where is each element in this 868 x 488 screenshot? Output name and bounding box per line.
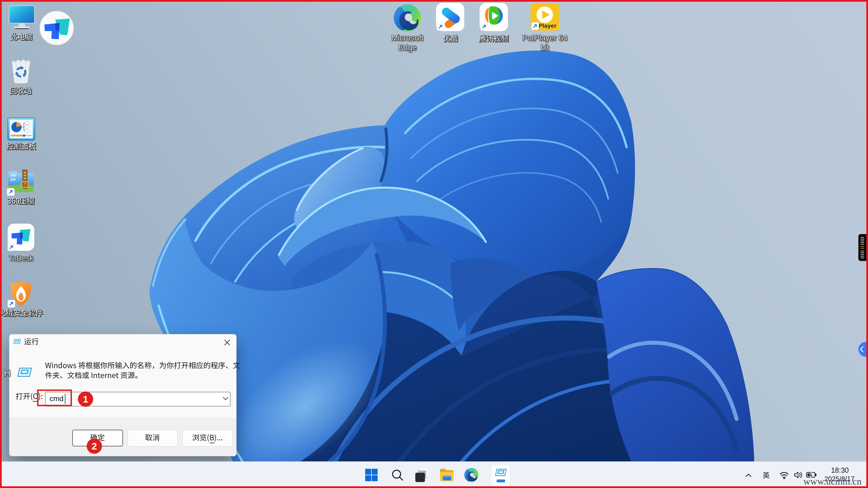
svg-text:ZIP: ZIP (10, 177, 16, 182)
svg-text:Player: Player (538, 22, 556, 29)
svg-text:360: 360 (10, 173, 17, 177)
